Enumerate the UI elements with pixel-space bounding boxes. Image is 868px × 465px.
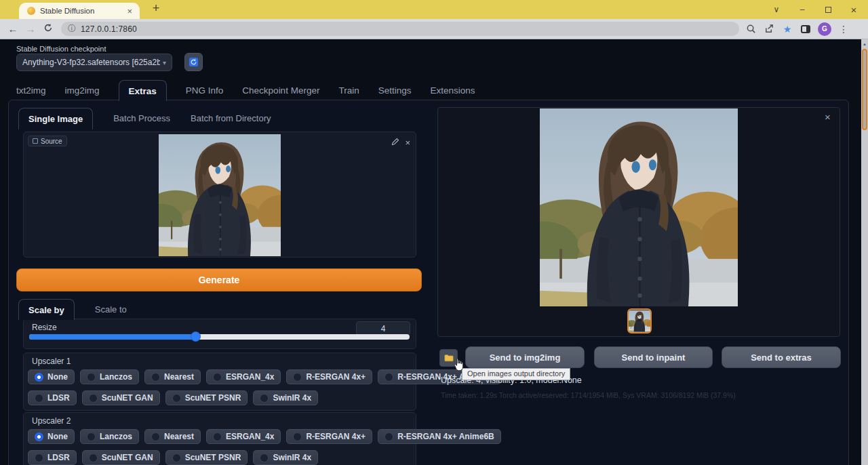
main-tab[interactable]: PNG Info [186,80,224,101]
clear-image-icon[interactable]: × [405,138,410,148]
checkpoint-value: Anything-V3-fp32.safetensors [625a2ba2] [22,58,160,67]
browser-tab[interactable]: Stable Diffusion × [19,3,140,19]
source-image[interactable] [158,134,281,256]
extras-subtab[interactable]: Batch Process [113,108,170,129]
send-to-img2img-button[interactable]: Send to img2img [465,346,585,368]
resize-label: Resize [32,323,57,332]
chevron-down-icon: ▾ [163,59,166,66]
side-panel-icon[interactable] [800,23,812,35]
resize-value-input[interactable]: 4 [356,321,410,336]
radio-icon [260,394,269,403]
upscaler-1-row1: NoneLanczosNearestESRGAN_4xR-ESRGAN 4x+R… [28,369,501,384]
upscaler-option[interactable]: R-ESRGAN 4x+ Anime6B [378,429,501,444]
refresh-checkpoint-button[interactable] [184,53,203,71]
upscaler-option[interactable]: ScuNET GAN [82,390,160,405]
upscaler-option[interactable]: Nearest [144,429,201,444]
refresh-icon [189,57,199,67]
address-bar[interactable]: ⓘ 127.0.0.1:7860 [61,22,739,36]
radio-icon [87,432,96,441]
result-image[interactable] [539,108,738,306]
upscaler-option[interactable]: Nearest [144,369,201,384]
upscaler-option[interactable]: ScuNET PSNR [165,390,248,405]
window-chevron-icon[interactable]: ∨ [766,0,787,19]
main-tab[interactable]: Checkpoint Merger [242,80,319,101]
radio-icon [293,373,302,382]
scrollbar-thumb[interactable] [862,49,867,130]
source-image-dropzone[interactable]: Source × [23,132,416,258]
radio-icon [151,432,160,441]
main-tab-bar: txt2imgimg2imgExtrasPNG InfoCheckpoint M… [16,80,475,101]
edit-pencil-icon[interactable] [391,136,399,148]
upscaler-option[interactable]: ESRGAN_4x [206,429,281,444]
extras-subtab[interactable]: Batch from Directory [191,108,271,129]
upscaler-2-title: Upscaler 2 [32,416,71,426]
profile-avatar[interactable]: G [818,22,831,36]
site-info-icon[interactable]: ⓘ [68,23,76,35]
upscaler-option[interactable]: Lanczos [80,369,139,384]
main-tab[interactable]: txt2img [16,80,46,101]
main-tab[interactable]: img2img [65,80,100,101]
url-text: 127.0.0.1:7860 [81,24,137,34]
radio-icon [172,453,181,462]
send-to-inpaint-button[interactable]: Send to inpaint [594,346,713,368]
maximize-icon [825,7,831,13]
radio-icon [35,394,43,403]
slider-handle[interactable] [191,331,201,342]
send-to-extras-button[interactable]: Send to extras [722,346,841,368]
upscaler-option[interactable]: LDSR [28,450,77,465]
new-tab-button[interactable]: + [148,1,164,16]
reload-icon[interactable] [39,23,57,35]
checkpoint-label: Stable Diffusion checkpoint [16,45,106,53]
upscaler-option[interactable]: LDSR [28,390,77,405]
radio-icon [384,432,393,441]
generate-button[interactable]: Generate [16,268,422,291]
bookmark-star-icon[interactable]: ★ [781,23,793,35]
upscaler-option[interactable]: SwinIR 4x [253,450,318,465]
upscaler-option[interactable]: ScuNET GAN [82,450,160,465]
forward-icon[interactable]: → [22,23,39,35]
radio-icon [35,373,43,382]
upscaler-option[interactable]: R-ESRGAN 4x+ [286,429,372,444]
page-scrollbar[interactable]: ▲ [861,39,868,465]
resize-slider-block: Resize 4 [23,319,416,349]
tab-close-icon[interactable]: × [125,6,134,16]
upscaler-option[interactable]: ESRGAN_4x [206,369,281,384]
extras-subtab-bar: Single ImageBatch ProcessBatch from Dire… [18,108,271,129]
upscaler-2-row1: NoneLanczosNearestESRGAN_4xR-ESRGAN 4x+R… [28,429,501,444]
window-minimize-button[interactable]: – [792,0,812,19]
checkpoint-dropdown[interactable]: Anything-V3-fp32.safetensors [625a2ba2] … [16,54,172,71]
upscaler-option[interactable]: ScuNET PSNR [165,450,248,465]
browser-tab-title: Stable Diffusion [40,7,125,15]
window-close-button[interactable]: × [844,0,864,19]
upscaler-1-row2: LDSRScuNET GANScuNET PSNRSwinIR 4x [28,390,318,405]
radio-icon [172,394,181,403]
upscaler-1-block: Upscaler 1 NoneLanczosNearestESRGAN_4xR-… [23,352,416,411]
scale-tab[interactable]: Scale to [95,299,127,320]
share-icon[interactable] [763,23,775,35]
window-maximize-button[interactable] [818,0,838,19]
main-tab[interactable]: Extensions [430,80,475,101]
main-tab[interactable]: Extras [119,80,167,101]
scroll-up-icon[interactable]: ▲ [861,39,868,48]
upscaler-option[interactable]: None [28,429,75,444]
radio-icon [213,432,222,441]
gallery-close-icon[interactable]: × [825,111,831,123]
radio-icon [87,373,96,382]
back-icon[interactable]: ← [4,23,22,35]
tooltip: Open images output directory [462,368,570,380]
scale-tab[interactable]: Scale by [18,299,75,320]
upscaler-option[interactable]: Lanczos [80,429,139,444]
upscaler-option[interactable]: R-ESRGAN 4x+ [286,369,372,384]
browser-menu-icon[interactable]: ⋮ [837,23,850,35]
radio-icon [384,373,393,382]
extras-subtab[interactable]: Single Image [18,108,93,129]
radio-icon [293,432,302,441]
zoom-indicator-icon[interactable] [745,23,757,35]
performance-stats-text: Time taken: 1.29s Torch active/reserved:… [441,391,736,399]
upscaler-option[interactable]: None [28,369,75,384]
upscaler-option[interactable]: SwinIR 4x [253,390,318,405]
main-tab[interactable]: Settings [378,80,412,101]
resize-slider[interactable] [29,334,410,340]
main-tab[interactable]: Train [338,80,359,101]
gallery-thumbnail[interactable] [627,308,652,333]
